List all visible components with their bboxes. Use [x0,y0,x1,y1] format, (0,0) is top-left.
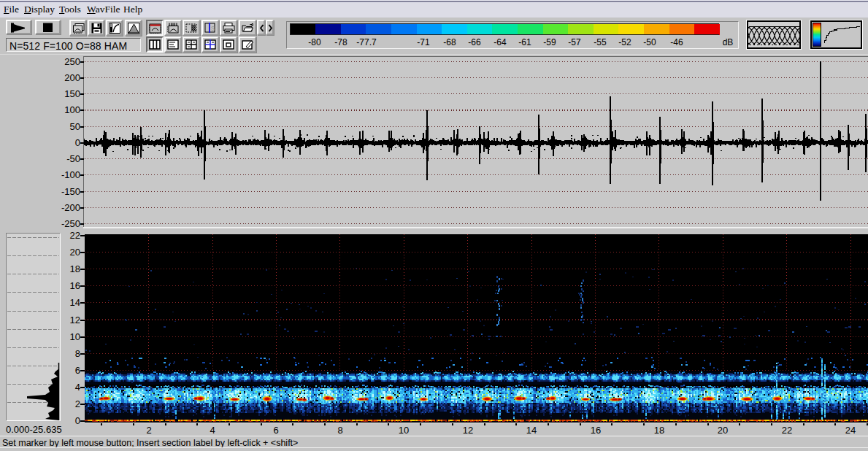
svg-text:s: s [211,24,215,32]
